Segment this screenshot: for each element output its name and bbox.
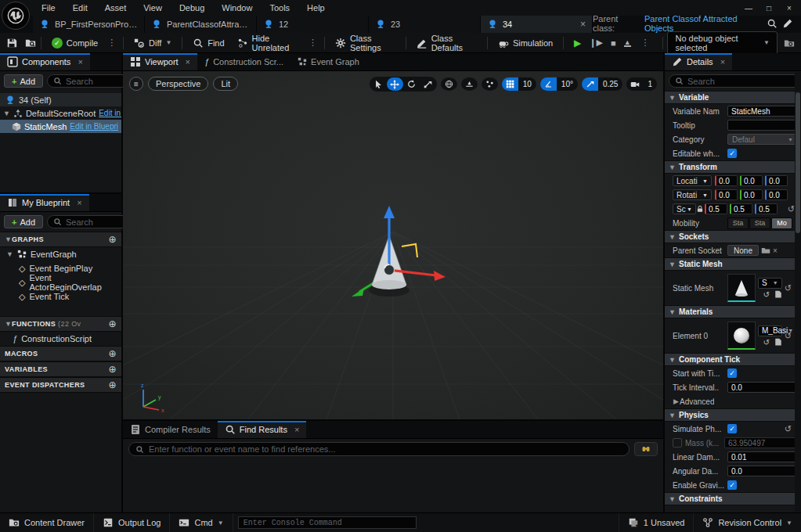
edit-in-blueprint-link[interactable]: Edit in Bluepri [70,122,118,131]
find-button[interactable]: Find [187,35,229,51]
linear-damping-field[interactable]: 0.01 [727,451,798,462]
static-mesh-asset-dropdown[interactable]: S▼ [758,278,782,289]
menu-asset[interactable]: Asset [98,2,134,14]
socket-picker-icon[interactable] [761,246,770,255]
rotate-tool[interactable] [403,77,420,91]
play-options-icon[interactable]: ⋮ [639,38,652,48]
maximize-button[interactable]: □ [760,2,778,14]
clear-socket-icon[interactable]: × [773,246,778,255]
use-selected-asset-icon[interactable]: ↺ [763,338,769,347]
material-asset-dropdown[interactable]: M_Basi▼ [758,325,782,336]
transform-section-header[interactable]: ▼Transform [665,160,801,174]
details-tab[interactable]: Details × [665,53,732,70]
start-with-tick-checkbox[interactable]: ✓ [727,368,737,378]
event-graph-tab[interactable]: Event Graph [290,53,366,70]
menu-edit[interactable]: Edit [66,2,95,14]
debug-object-dropdown[interactable]: No debug object selected ▼ [667,31,778,55]
close-icon[interactable]: × [294,425,299,434]
add-graph-icon[interactable]: ⊕ [109,234,117,245]
browse-to-asset-icon[interactable] [774,338,782,346]
close-button[interactable]: × [781,2,798,14]
mass-override-checkbox[interactable] [673,438,682,448]
viewport-3d[interactable]: z y x ≡ Perspective Lit [123,71,663,419]
browse-to-asset-icon[interactable] [774,290,782,298]
menu-file[interactable]: File [34,2,63,14]
stop-icon[interactable]: ■ [611,38,616,48]
tab-close-icon[interactable]: × [580,19,586,30]
find-references-input[interactable] [149,444,622,454]
perspective-dropdown[interactable]: Perspective [148,77,208,91]
compile-button[interactable]: ✓ Compile [46,35,103,51]
location-y-field[interactable]: 0.0 [740,175,763,186]
parent-class-link[interactable]: Parent Classof Attracted Objects [644,14,762,33]
static-mesh-section-header[interactable]: ▼Static Mesh [665,257,801,271]
component-tick-section-header[interactable]: ▼Component Tick [665,353,801,366]
eject-icon[interactable]: ▲ [624,39,631,47]
rotation-x-field[interactable]: 0.0 [715,189,738,200]
my-blueprint-tab[interactable]: My Blueprint × [0,194,89,211]
class-settings-button[interactable]: Class Settings [330,31,401,55]
variable-section-header[interactable]: ▼Variable [665,91,801,104]
menu-view[interactable]: View [136,2,169,14]
world-local-toggle[interactable] [441,77,457,91]
find-in-blueprints-button[interactable] [634,442,658,456]
construction-script-tab[interactable]: ƒ Construction Scr... [197,53,290,70]
variable-name-field[interactable]: StaticMesh [727,106,798,117]
static-mesh-thumbnail[interactable] [727,274,756,302]
compile-options-icon[interactable]: ⋮ [105,38,118,48]
close-icon[interactable]: × [77,198,81,207]
location-dropdown[interactable]: Locati▼ [673,175,712,186]
my-blueprint-add-button[interactable]: + Add [4,215,43,228]
viewport-menu-icon[interactable]: ≡ [129,77,143,91]
unsaved-button[interactable]: ★ 1 Unsaved [619,513,694,532]
add-event-dispatcher-icon[interactable]: ⊕ [109,379,117,390]
scale-y-field[interactable]: 0.5 [730,203,752,214]
enable-gravity-checkbox[interactable]: ✓ [727,480,737,490]
add-macro-icon[interactable]: ⊕ [109,348,117,359]
minimize-button[interactable]: — [740,2,757,14]
scale-z-field[interactable]: 0.5 [755,203,778,214]
details-search-input[interactable] [687,77,799,86]
event-actorbeginoverlap-row[interactable]: ◇ Event ActorBeginOverlap [0,275,121,289]
details-scrollbar-thumb[interactable] [796,92,800,233]
find-results-tab[interactable]: Find Results × [218,421,307,438]
tab-parentclassofattracted[interactable]: ParentClassofAttracted... [145,16,257,33]
edit-in-blueprint-link[interactable]: Edit in Bl [99,109,121,117]
scale-tool[interactable] [420,77,436,91]
tick-interval-field[interactable]: 0.0 [727,382,798,393]
component-row-staticmesh-selected[interactable]: StaticMesh Edit in Bluepri [0,120,121,133]
components-add-button[interactable]: + Add [4,74,43,88]
component-row-self[interactable]: 34 (Self) [0,93,121,106]
lit-dropdown[interactable]: Lit [213,77,238,91]
save-icon[interactable] [6,38,17,49]
select-tool[interactable] [370,77,387,91]
tab-23[interactable]: 23 [369,16,481,33]
gizmo-plane-handle[interactable] [402,244,417,257]
transform-gizmo[interactable] [333,195,458,320]
step-icon[interactable]: ❙▶ [589,38,603,48]
graphs-section-header[interactable]: ▼ GRAPHS ⊕ [0,232,121,247]
close-icon[interactable]: × [720,57,725,66]
angular-damping-field[interactable]: 0.0 [727,466,798,476]
components-tab[interactable]: Components × [0,53,90,70]
cmd-dropdown[interactable]: Cmd ▼ [170,513,233,532]
compiler-results-tab[interactable]: Compiler Results [123,421,218,438]
sockets-section-header[interactable]: ▼Sockets [665,230,801,243]
functions-section-header[interactable]: ▼ FUNCTIONS (22 Ov ⊕ [0,316,121,332]
simulation-button[interactable]: Simulation [493,35,558,51]
surface-snap-toggle[interactable] [461,77,478,91]
editable-checkbox[interactable]: ✓ [727,149,737,158]
content-drawer-button[interactable]: Content Drawer [0,513,94,532]
hide-unrelated-button[interactable]: Hide Unrelated [232,31,305,55]
lock-icon[interactable] [696,205,704,213]
material-thumbnail[interactable] [727,322,756,350]
advanced-row[interactable]: ▶ Advanced [665,394,801,408]
search-icon[interactable] [767,18,778,29]
mobility-static-button[interactable]: Sta [727,217,749,229]
event-dispatchers-section-header[interactable]: EVENT DISPATCHERS ⊕ [0,377,121,393]
tab-34-active[interactable]: 34 × [481,16,593,33]
move-tool[interactable] [387,77,403,91]
mobility-stationary-button[interactable]: Sta [749,217,770,229]
event-graph-row[interactable]: ▼ EventGraph [0,247,121,261]
mass-field[interactable]: 63.950497 [724,437,798,448]
